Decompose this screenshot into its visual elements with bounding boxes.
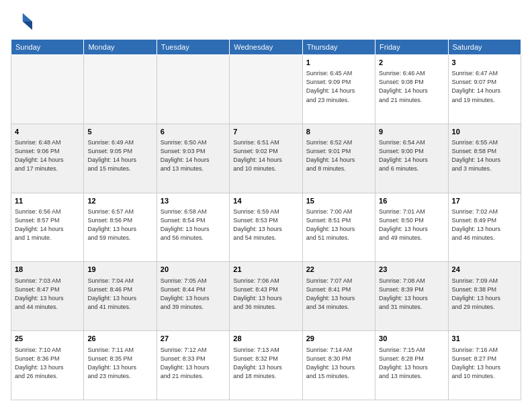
day-number: 2 — [379, 58, 444, 68]
day-number: 26 — [87, 334, 152, 344]
day-number: 10 — [452, 127, 517, 137]
calendar-cell: 27Sunrise: 7:12 AM Sunset: 8:33 PM Dayli… — [157, 331, 229, 400]
weekday-header: Saturday — [448, 40, 521, 55]
calendar-cell: 28Sunrise: 7:13 AM Sunset: 8:32 PM Dayli… — [230, 331, 302, 400]
day-number: 22 — [306, 265, 371, 275]
day-number: 14 — [233, 196, 298, 206]
calendar-table: SundayMondayTuesdayWednesdayThursdayFrid… — [11, 39, 521, 400]
calendar-cell: 8Sunrise: 6:52 AM Sunset: 9:01 PM Daylig… — [302, 124, 375, 193]
calendar-week-row: 1Sunrise: 6:45 AM Sunset: 9:09 PM Daylig… — [11, 55, 521, 124]
day-info: Sunrise: 6:46 AM Sunset: 9:08 PM Dayligh… — [379, 69, 444, 104]
day-info: Sunrise: 7:01 AM Sunset: 8:50 PM Dayligh… — [379, 208, 444, 242]
day-info: Sunrise: 7:11 AM Sunset: 8:35 PM Dayligh… — [87, 346, 152, 381]
day-number: 7 — [233, 127, 298, 137]
day-number: 12 — [87, 196, 152, 206]
day-info: Sunrise: 7:07 AM Sunset: 8:41 PM Dayligh… — [306, 277, 371, 312]
calendar-week-row: 25Sunrise: 7:10 AM Sunset: 8:36 PM Dayli… — [11, 331, 521, 400]
day-info: Sunrise: 7:15 AM Sunset: 8:28 PM Dayligh… — [379, 346, 444, 381]
day-info: Sunrise: 7:13 AM Sunset: 8:32 PM Dayligh… — [233, 346, 298, 381]
calendar-cell: 24Sunrise: 7:09 AM Sunset: 8:38 PM Dayli… — [448, 262, 521, 331]
day-info: Sunrise: 6:47 AM Sunset: 9:07 PM Dayligh… — [452, 69, 517, 104]
calendar-cell — [230, 55, 302, 124]
calendar-cell: 31Sunrise: 7:16 AM Sunset: 8:27 PM Dayli… — [448, 331, 521, 400]
day-info: Sunrise: 6:59 AM Sunset: 8:53 PM Dayligh… — [233, 208, 298, 242]
page: SundayMondayTuesdayWednesdayThursdayFrid… — [0, 0, 532, 411]
calendar-cell — [84, 55, 157, 124]
calendar-cell: 17Sunrise: 7:02 AM Sunset: 8:49 PM Dayli… — [448, 193, 521, 262]
svg-marker-0 — [23, 13, 32, 21]
calendar-week-row: 11Sunrise: 6:56 AM Sunset: 8:57 PM Dayli… — [11, 193, 521, 262]
calendar-cell: 9Sunrise: 6:54 AM Sunset: 9:00 PM Daylig… — [375, 124, 448, 193]
day-number: 9 — [379, 127, 444, 137]
day-number: 18 — [15, 265, 80, 275]
calendar-cell — [157, 55, 229, 124]
day-number: 27 — [161, 334, 226, 344]
day-info: Sunrise: 6:58 AM Sunset: 8:54 PM Dayligh… — [161, 208, 226, 242]
day-info: Sunrise: 7:08 AM Sunset: 8:39 PM Dayligh… — [379, 277, 444, 312]
day-number: 29 — [306, 334, 371, 344]
day-info: Sunrise: 6:50 AM Sunset: 9:03 PM Dayligh… — [161, 138, 226, 173]
day-info: Sunrise: 6:54 AM Sunset: 9:00 PM Dayligh… — [379, 138, 444, 173]
day-number: 30 — [379, 334, 444, 344]
day-info: Sunrise: 6:56 AM Sunset: 8:57 PM Dayligh… — [15, 208, 80, 242]
day-number: 8 — [306, 127, 371, 137]
day-info: Sunrise: 6:55 AM Sunset: 8:58 PM Dayligh… — [452, 138, 517, 173]
calendar-cell: 10Sunrise: 6:55 AM Sunset: 8:58 PM Dayli… — [448, 124, 521, 193]
calendar-cell: 25Sunrise: 7:10 AM Sunset: 8:36 PM Dayli… — [11, 331, 84, 400]
day-number: 1 — [306, 58, 371, 68]
day-info: Sunrise: 6:48 AM Sunset: 9:06 PM Dayligh… — [15, 138, 80, 173]
day-number: 25 — [15, 334, 80, 344]
calendar-cell: 12Sunrise: 6:57 AM Sunset: 8:56 PM Dayli… — [84, 193, 157, 262]
day-info: Sunrise: 6:51 AM Sunset: 9:02 PM Dayligh… — [233, 138, 298, 173]
day-number: 19 — [87, 265, 152, 275]
day-info: Sunrise: 7:16 AM Sunset: 8:27 PM Dayligh… — [452, 346, 517, 381]
calendar-cell: 11Sunrise: 6:56 AM Sunset: 8:57 PM Dayli… — [11, 193, 84, 262]
logo — [11, 11, 35, 32]
weekday-header: Monday — [84, 40, 157, 55]
day-info: Sunrise: 7:10 AM Sunset: 8:36 PM Dayligh… — [15, 346, 80, 381]
calendar-cell: 3Sunrise: 6:47 AM Sunset: 9:07 PM Daylig… — [448, 55, 521, 124]
weekday-header: Friday — [375, 40, 448, 55]
calendar-cell: 4Sunrise: 6:48 AM Sunset: 9:06 PM Daylig… — [11, 124, 84, 193]
day-number: 21 — [233, 265, 298, 275]
calendar-cell: 20Sunrise: 7:05 AM Sunset: 8:44 PM Dayli… — [157, 262, 229, 331]
day-number: 17 — [452, 196, 517, 206]
svg-marker-1 — [23, 21, 32, 30]
day-number: 4 — [15, 127, 80, 137]
day-number: 28 — [233, 334, 298, 344]
calendar-week-row: 4Sunrise: 6:48 AM Sunset: 9:06 PM Daylig… — [11, 124, 521, 193]
day-info: Sunrise: 6:49 AM Sunset: 9:05 PM Dayligh… — [87, 138, 152, 173]
day-number: 23 — [379, 265, 444, 275]
day-number: 11 — [15, 196, 80, 206]
day-number: 5 — [87, 127, 152, 137]
svg-rect-2 — [11, 13, 23, 30]
day-number: 13 — [161, 196, 226, 206]
logo-icon — [11, 11, 32, 32]
day-info: Sunrise: 6:45 AM Sunset: 9:09 PM Dayligh… — [306, 69, 371, 104]
day-number: 3 — [452, 58, 517, 68]
weekday-header: Tuesday — [157, 40, 229, 55]
day-info: Sunrise: 7:12 AM Sunset: 8:33 PM Dayligh… — [161, 346, 226, 381]
calendar-cell: 23Sunrise: 7:08 AM Sunset: 8:39 PM Dayli… — [375, 262, 448, 331]
day-number: 16 — [379, 196, 444, 206]
calendar-cell: 18Sunrise: 7:03 AM Sunset: 8:47 PM Dayli… — [11, 262, 84, 331]
calendar-cell: 7Sunrise: 6:51 AM Sunset: 9:02 PM Daylig… — [230, 124, 302, 193]
day-info: Sunrise: 7:04 AM Sunset: 8:46 PM Dayligh… — [87, 277, 152, 312]
calendar-cell: 5Sunrise: 6:49 AM Sunset: 9:05 PM Daylig… — [84, 124, 157, 193]
calendar-cell: 29Sunrise: 7:14 AM Sunset: 8:30 PM Dayli… — [302, 331, 375, 400]
calendar-cell: 16Sunrise: 7:01 AM Sunset: 8:50 PM Dayli… — [375, 193, 448, 262]
calendar-cell — [11, 55, 84, 124]
day-number: 6 — [161, 127, 226, 137]
calendar-cell: 19Sunrise: 7:04 AM Sunset: 8:46 PM Dayli… — [84, 262, 157, 331]
day-info: Sunrise: 7:06 AM Sunset: 8:43 PM Dayligh… — [233, 277, 298, 312]
day-info: Sunrise: 7:02 AM Sunset: 8:49 PM Dayligh… — [452, 208, 517, 242]
day-number: 24 — [452, 265, 517, 275]
calendar-cell: 30Sunrise: 7:15 AM Sunset: 8:28 PM Dayli… — [375, 331, 448, 400]
header — [11, 11, 521, 32]
weekday-header: Thursday — [302, 40, 375, 55]
weekday-header: Sunday — [11, 40, 84, 55]
day-info: Sunrise: 7:14 AM Sunset: 8:30 PM Dayligh… — [306, 346, 371, 381]
calendar-cell: 22Sunrise: 7:07 AM Sunset: 8:41 PM Dayli… — [302, 262, 375, 331]
calendar-cell: 21Sunrise: 7:06 AM Sunset: 8:43 PM Dayli… — [230, 262, 302, 331]
day-info: Sunrise: 7:09 AM Sunset: 8:38 PM Dayligh… — [452, 277, 517, 312]
